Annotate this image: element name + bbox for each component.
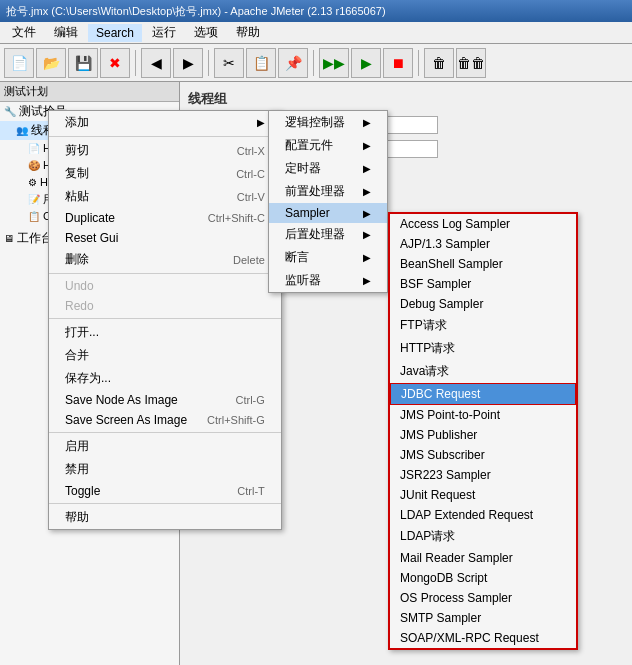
ctx-toggle[interactable]: Toggle Ctrl-T (49, 481, 281, 501)
sub1-listener-arrow: ▶ (363, 275, 371, 286)
ctx-save-screen-img[interactable]: Save Screen As Image Ctrl+Shift-G (49, 410, 281, 430)
ctx-open-label: 打开... (65, 324, 99, 341)
ctx-reset-gui-label: Reset Gui (65, 231, 118, 245)
toolbar-clearall-btn[interactable]: 🗑🗑 (456, 48, 486, 78)
ctx-paste-shortcut: Ctrl-V (237, 191, 265, 203)
sub2-mongodb[interactable]: MongoDB Script (390, 568, 576, 588)
sub2-os[interactable]: OS Process Sampler (390, 588, 576, 608)
toolbar-clear-btn[interactable]: 🗑 (424, 48, 454, 78)
sub2-junit[interactable]: JUnit Request (390, 485, 576, 505)
sub2-ajp[interactable]: AJP/1.3 Sampler (390, 234, 576, 254)
ctx-save-node-img-shortcut: Ctrl-G (236, 394, 265, 406)
sub1-assertion-label: 断言 (285, 249, 309, 266)
toolbar-copy-btn[interactable]: 📋 (246, 48, 276, 78)
ctx-undo-label: Undo (65, 279, 94, 293)
menu-options[interactable]: 选项 (186, 22, 226, 43)
sub2-ftp[interactable]: FTP请求 (390, 314, 576, 337)
ctx-redo: Redo (49, 296, 281, 316)
ctx-saveas-label: 保存为... (65, 370, 111, 387)
ctx-enable-label: 启用 (65, 438, 89, 455)
sub2-jsr223[interactable]: JSR223 Sampler (390, 465, 576, 485)
sub1-timer-arrow: ▶ (363, 163, 371, 174)
ctx-cut-shortcut: Ctrl-X (237, 145, 265, 157)
toolbar-paste-btn[interactable]: 📌 (278, 48, 308, 78)
sub2-jms-pub[interactable]: JMS Publisher (390, 425, 576, 445)
toolbar-forward-btn[interactable]: ▶ (173, 48, 203, 78)
toolbar-stop-btn[interactable]: ⏹ (383, 48, 413, 78)
sub2-jdbc[interactable]: JDBC Request (390, 383, 576, 405)
sub2-bsf[interactable]: BSF Sampler (390, 274, 576, 294)
sub1-post-label: 后置处理器 (285, 226, 345, 243)
ctx-merge-label: 合并 (65, 347, 89, 364)
menu-help[interactable]: 帮助 (228, 22, 268, 43)
toolbar-save-btn[interactable]: 💾 (68, 48, 98, 78)
sub1-logic-controller[interactable]: 逻辑控制器 ▶ (269, 111, 387, 134)
menu-search[interactable]: Search (88, 24, 142, 42)
ctx-help[interactable]: 帮助 (49, 506, 281, 529)
toolbar-cut-btn[interactable]: ✂ (214, 48, 244, 78)
menu-run[interactable]: 运行 (144, 22, 184, 43)
ctx-add[interactable]: 添加 ▶ (49, 111, 281, 134)
sub1-logic-arrow: ▶ (363, 117, 371, 128)
toolbar-sep3 (313, 50, 314, 76)
sub2-ldap-ext[interactable]: LDAP Extended Request (390, 505, 576, 525)
sampler-submenu: Access Log Sampler AJP/1.3 Sampler BeanS… (388, 212, 578, 650)
ctx-delete-label: 删除 (65, 251, 89, 268)
ctx-sep5 (49, 503, 281, 504)
toolbar-sep2 (208, 50, 209, 76)
tree-icon-threadgroup: 👥 (16, 125, 28, 136)
sub1-post-arrow: ▶ (363, 229, 371, 240)
ctx-help-label: 帮助 (65, 509, 89, 526)
tree-icon-csv: 📋 (28, 211, 40, 222)
sub1-sampler-label: Sampler (285, 206, 330, 220)
sub2-soap[interactable]: SOAP/XML-RPC Request (390, 628, 576, 648)
ctx-open[interactable]: 打开... (49, 321, 281, 344)
ctx-disable[interactable]: 禁用 (49, 458, 281, 481)
sub1-listener[interactable]: 监听器 ▶ (269, 269, 387, 292)
sub2-smtp[interactable]: SMTP Sampler (390, 608, 576, 628)
ctx-merge[interactable]: 合并 (49, 344, 281, 367)
ctx-delete[interactable]: 删除 Delete (49, 248, 281, 271)
ctx-save-node-img[interactable]: Save Node As Image Ctrl-G (49, 390, 281, 410)
sub2-jms-p2p[interactable]: JMS Point-to-Point (390, 405, 576, 425)
ctx-reset-gui[interactable]: Reset Gui (49, 228, 281, 248)
sub2-http[interactable]: HTTP请求 (390, 337, 576, 360)
toolbar-open-btn[interactable]: 📂 (36, 48, 66, 78)
sub2-ldap[interactable]: LDAP请求 (390, 525, 576, 548)
toolbar: 📄 📂 💾 ✖ ◀ ▶ ✂ 📋 📌 ▶▶ ▶ ⏹ 🗑 🗑🗑 (0, 44, 632, 82)
sub1-assertion[interactable]: 断言 ▶ (269, 246, 387, 269)
menu-file[interactable]: 文件 (4, 22, 44, 43)
ctx-duplicate[interactable]: Duplicate Ctrl+Shift-C (49, 208, 281, 228)
sub2-java[interactable]: Java请求 (390, 360, 576, 383)
toolbar-sep4 (418, 50, 419, 76)
title-text: 抢号.jmx (C:\Users\Witon\Desktop\抢号.jmx) -… (6, 4, 386, 19)
toolbar-close-btn[interactable]: ✖ (100, 48, 130, 78)
sub1-sampler[interactable]: Sampler ▶ (269, 203, 387, 223)
ctx-saveas[interactable]: 保存为... (49, 367, 281, 390)
sub1-post-processor[interactable]: 后置处理器 ▶ (269, 223, 387, 246)
ctx-copy-shortcut: Ctrl-C (236, 168, 265, 180)
sub2-mail[interactable]: Mail Reader Sampler (390, 548, 576, 568)
toolbar-start-btn[interactable]: ▶ (351, 48, 381, 78)
sub1-config-arrow: ▶ (363, 140, 371, 151)
sub1-listener-label: 监听器 (285, 272, 321, 289)
tree-icon-cookie: 🍪 (28, 160, 40, 171)
sub1-timer[interactable]: 定时器 ▶ (269, 157, 387, 180)
sub2-access-log[interactable]: Access Log Sampler (390, 214, 576, 234)
ctx-paste[interactable]: 粘贴 Ctrl-V (49, 185, 281, 208)
ctx-enable[interactable]: 启用 (49, 435, 281, 458)
sub2-debug[interactable]: Debug Sampler (390, 294, 576, 314)
toolbar-startall-btn[interactable]: ▶▶ (319, 48, 349, 78)
ctx-cut[interactable]: 剪切 Ctrl-X (49, 139, 281, 162)
ctx-duplicate-label: Duplicate (65, 211, 115, 225)
sub2-jms-sub[interactable]: JMS Subscriber (390, 445, 576, 465)
toolbar-new-btn[interactable]: 📄 (4, 48, 34, 78)
sub2-beanshell[interactable]: BeanShell Sampler (390, 254, 576, 274)
toolbar-back-btn[interactable]: ◀ (141, 48, 171, 78)
sub1-pre-label: 前置处理器 (285, 183, 345, 200)
sub1-logic-label: 逻辑控制器 (285, 114, 345, 131)
menu-edit[interactable]: 编辑 (46, 22, 86, 43)
sub1-config[interactable]: 配置元件 ▶ (269, 134, 387, 157)
sub1-pre-processor[interactable]: 前置处理器 ▶ (269, 180, 387, 203)
ctx-copy[interactable]: 复制 Ctrl-C (49, 162, 281, 185)
